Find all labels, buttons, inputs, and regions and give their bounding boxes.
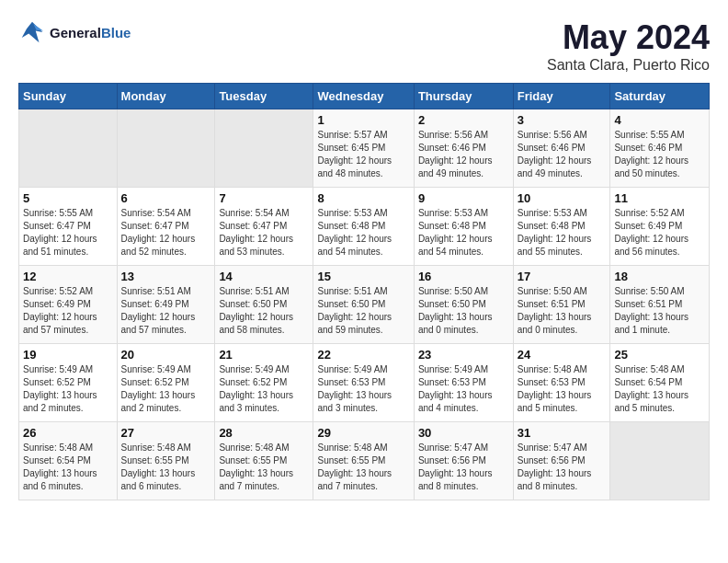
day-number: 26 [23, 426, 113, 440]
day-number: 14 [219, 270, 309, 283]
day-number: 7 [219, 191, 309, 205]
day-info: Sunrise: 5:54 AM Sunset: 6:47 PM Dayligh… [219, 207, 309, 259]
day-info: Sunrise: 5:47 AM Sunset: 6:56 PM Dayligh… [518, 442, 607, 493]
table-row: 22Sunrise: 5:49 AM Sunset: 6:53 PM Dayli… [313, 344, 414, 422]
logo-icon [18, 18, 46, 46]
table-row [610, 422, 710, 500]
day-number: 28 [219, 426, 309, 440]
header-saturday: Saturday [610, 84, 710, 109]
day-info: Sunrise: 5:53 AM Sunset: 6:48 PM Dayligh… [317, 207, 409, 259]
day-info: Sunrise: 5:48 AM Sunset: 6:55 PM Dayligh… [121, 442, 211, 493]
table-row: 4Sunrise: 5:55 AM Sunset: 6:46 PM Daylig… [610, 109, 710, 188]
header-friday: Friday [513, 84, 610, 109]
day-number: 18 [614, 270, 705, 283]
header-sunday: Sunday [19, 84, 118, 109]
table-row: 20Sunrise: 5:49 AM Sunset: 6:52 PM Dayli… [117, 344, 215, 422]
day-number: 22 [317, 348, 409, 362]
table-row: 5Sunrise: 5:55 AM Sunset: 6:47 PM Daylig… [19, 188, 118, 266]
day-info: Sunrise: 5:48 AM Sunset: 6:55 PM Dayligh… [219, 442, 309, 493]
day-number: 29 [317, 426, 409, 440]
day-info: Sunrise: 5:49 AM Sunset: 6:52 PM Dayligh… [219, 363, 309, 415]
day-number: 17 [518, 270, 607, 283]
table-row [117, 109, 215, 188]
day-info: Sunrise: 5:49 AM Sunset: 6:53 PM Dayligh… [418, 363, 509, 415]
table-row: 29Sunrise: 5:48 AM Sunset: 6:55 PM Dayli… [313, 422, 414, 500]
svg-marker-0 [22, 22, 43, 43]
day-number: 8 [317, 191, 409, 205]
table-row: 3Sunrise: 5:56 AM Sunset: 6:46 PM Daylig… [513, 109, 610, 188]
day-number: 23 [418, 348, 509, 362]
day-info: Sunrise: 5:56 AM Sunset: 6:46 PM Dayligh… [518, 129, 607, 180]
table-row: 19Sunrise: 5:49 AM Sunset: 6:52 PM Dayli… [19, 344, 118, 422]
header-monday: Monday [117, 84, 215, 109]
day-info: Sunrise: 5:50 AM Sunset: 6:51 PM Dayligh… [614, 285, 705, 337]
header-wednesday: Wednesday [313, 84, 414, 109]
day-number: 12 [23, 270, 113, 283]
day-info: Sunrise: 5:57 AM Sunset: 6:45 PM Dayligh… [317, 129, 409, 180]
header-thursday: Thursday [414, 84, 513, 109]
day-number: 30 [418, 426, 509, 440]
day-number: 31 [518, 426, 607, 440]
day-info: Sunrise: 5:50 AM Sunset: 6:50 PM Dayligh… [418, 285, 509, 337]
day-info: Sunrise: 5:51 AM Sunset: 6:49 PM Dayligh… [121, 285, 211, 337]
day-number: 16 [418, 270, 509, 283]
day-info: Sunrise: 5:51 AM Sunset: 6:50 PM Dayligh… [219, 285, 309, 337]
logo-text: GeneralBlue [50, 25, 131, 40]
day-number: 20 [121, 348, 211, 362]
day-info: Sunrise: 5:53 AM Sunset: 6:48 PM Dayligh… [518, 207, 607, 259]
calendar-week-row: 5Sunrise: 5:55 AM Sunset: 6:47 PM Daylig… [19, 188, 710, 266]
table-row: 31Sunrise: 5:47 AM Sunset: 6:56 PM Dayli… [513, 422, 610, 500]
day-info: Sunrise: 5:54 AM Sunset: 6:47 PM Dayligh… [121, 207, 211, 259]
calendar-week-row: 1Sunrise: 5:57 AM Sunset: 6:45 PM Daylig… [19, 109, 710, 188]
table-row: 23Sunrise: 5:49 AM Sunset: 6:53 PM Dayli… [414, 344, 513, 422]
table-row [19, 109, 118, 188]
day-number: 5 [23, 191, 113, 205]
day-info: Sunrise: 5:48 AM Sunset: 6:54 PM Dayligh… [23, 442, 113, 493]
day-number: 1 [317, 113, 409, 127]
table-row: 2Sunrise: 5:56 AM Sunset: 6:46 PM Daylig… [414, 109, 513, 188]
day-info: Sunrise: 5:47 AM Sunset: 6:56 PM Dayligh… [418, 442, 509, 493]
day-number: 3 [518, 113, 607, 127]
day-number: 24 [518, 348, 607, 362]
day-number: 2 [418, 113, 509, 127]
day-number: 21 [219, 348, 309, 362]
day-info: Sunrise: 5:53 AM Sunset: 6:48 PM Dayligh… [418, 207, 509, 259]
calendar-table: Sunday Monday Tuesday Wednesday Thursday… [18, 83, 710, 500]
day-number: 15 [317, 270, 409, 283]
day-info: Sunrise: 5:50 AM Sunset: 6:51 PM Dayligh… [518, 285, 607, 337]
table-row: 9Sunrise: 5:53 AM Sunset: 6:48 PM Daylig… [414, 188, 513, 266]
day-info: Sunrise: 5:49 AM Sunset: 6:52 PM Dayligh… [23, 363, 113, 415]
table-row: 30Sunrise: 5:47 AM Sunset: 6:56 PM Dayli… [414, 422, 513, 500]
title-area: May 2024 Santa Clara, Puerto Rico [547, 18, 710, 74]
day-number: 4 [614, 113, 705, 127]
day-number: 6 [121, 191, 211, 205]
table-row: 16Sunrise: 5:50 AM Sunset: 6:50 PM Dayli… [414, 266, 513, 344]
day-number: 11 [614, 191, 705, 205]
table-row: 17Sunrise: 5:50 AM Sunset: 6:51 PM Dayli… [513, 266, 610, 344]
day-number: 13 [121, 270, 211, 283]
page-header: GeneralBlue May 2024 Santa Clara, Puerto… [18, 18, 710, 74]
table-row [215, 109, 313, 188]
day-number: 27 [121, 426, 211, 440]
table-row: 11Sunrise: 5:52 AM Sunset: 6:49 PM Dayli… [610, 188, 710, 266]
table-row: 24Sunrise: 5:48 AM Sunset: 6:53 PM Dayli… [513, 344, 610, 422]
table-row: 27Sunrise: 5:48 AM Sunset: 6:55 PM Dayli… [117, 422, 215, 500]
table-row: 15Sunrise: 5:51 AM Sunset: 6:50 PM Dayli… [313, 266, 414, 344]
day-info: Sunrise: 5:56 AM Sunset: 6:46 PM Dayligh… [418, 129, 509, 180]
day-info: Sunrise: 5:55 AM Sunset: 6:47 PM Dayligh… [23, 207, 113, 259]
header-tuesday: Tuesday [215, 84, 313, 109]
day-info: Sunrise: 5:51 AM Sunset: 6:50 PM Dayligh… [317, 285, 409, 337]
day-number: 19 [23, 348, 113, 362]
table-row: 7Sunrise: 5:54 AM Sunset: 6:47 PM Daylig… [215, 188, 313, 266]
table-row: 21Sunrise: 5:49 AM Sunset: 6:52 PM Dayli… [215, 344, 313, 422]
table-row: 10Sunrise: 5:53 AM Sunset: 6:48 PM Dayli… [513, 188, 610, 266]
month-title: May 2024 [547, 18, 710, 57]
table-row: 13Sunrise: 5:51 AM Sunset: 6:49 PM Dayli… [117, 266, 215, 344]
day-info: Sunrise: 5:49 AM Sunset: 6:53 PM Dayligh… [317, 363, 409, 415]
table-row: 8Sunrise: 5:53 AM Sunset: 6:48 PM Daylig… [313, 188, 414, 266]
table-row: 12Sunrise: 5:52 AM Sunset: 6:49 PM Dayli… [19, 266, 118, 344]
day-info: Sunrise: 5:48 AM Sunset: 6:55 PM Dayligh… [317, 442, 409, 493]
day-info: Sunrise: 5:52 AM Sunset: 6:49 PM Dayligh… [614, 207, 705, 259]
table-row: 28Sunrise: 5:48 AM Sunset: 6:55 PM Dayli… [215, 422, 313, 500]
table-row: 18Sunrise: 5:50 AM Sunset: 6:51 PM Dayli… [610, 266, 710, 344]
